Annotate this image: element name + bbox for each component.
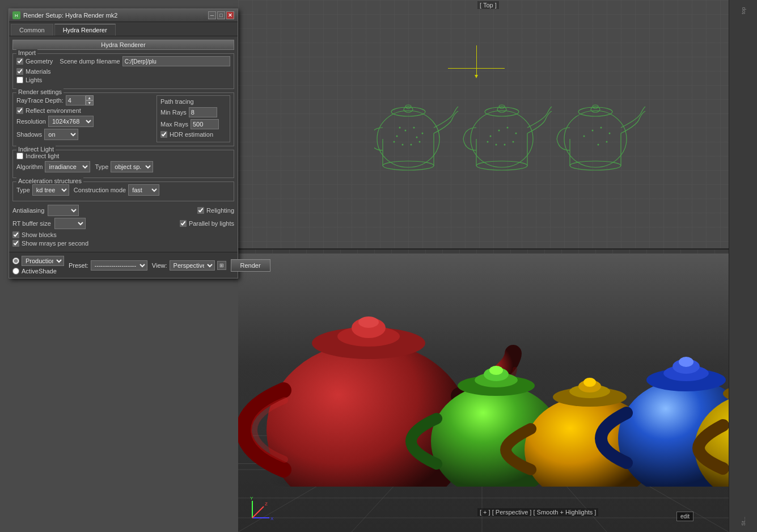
wireframe-teapots (374, 96, 646, 181)
rendered-teapots (238, 254, 729, 487)
axis-indicator-bottom: X Y Z (247, 495, 275, 523)
materials-label: Materials (26, 68, 51, 75)
axis-vertical (476, 45, 477, 77)
svg-point-0 (377, 111, 439, 167)
render-button[interactable]: Render (231, 259, 270, 272)
svg-point-37 (592, 130, 594, 132)
dialog-tabs: Common Hydra Renderer (9, 22, 238, 36)
max-rays-label: Max Rays (160, 121, 188, 128)
production-select[interactable]: Production Draft (22, 256, 64, 266)
titlebar-buttons: ─ □ ✕ (208, 11, 234, 19)
antialiasing-row: Antialiasing 2x 4x Relighting (12, 205, 234, 216)
show-blocks-checkbox[interactable] (12, 231, 19, 238)
scene-dump-input[interactable] (122, 56, 230, 66)
svg-point-12 (399, 127, 401, 129)
svg-point-81 (679, 357, 693, 367)
min-rays-input[interactable] (189, 107, 217, 117)
preset-select[interactable]: -------------------- (91, 260, 147, 271)
svg-point-10 (402, 144, 404, 146)
materials-checkbox[interactable] (16, 68, 23, 75)
show-mrays-label: Show mrays per second (22, 240, 88, 247)
tab-common[interactable]: Common (11, 24, 53, 36)
raytrace-input[interactable] (66, 95, 86, 105)
min-rays-label: Min Rays (160, 109, 187, 116)
dialog-footer: Production Draft ActiveShade Preset: ---… (9, 252, 238, 278)
rt-buffer-label: RT buffer size (12, 220, 51, 227)
production-radio[interactable] (12, 257, 19, 264)
svg-point-28 (487, 141, 489, 143)
svg-point-17 (471, 111, 533, 167)
hdr-checkbox[interactable] (160, 131, 167, 138)
view-label: View: (152, 262, 167, 269)
construction-select[interactable]: fast slow (128, 184, 159, 196)
parallel-lights-checkbox[interactable] (180, 220, 187, 227)
footer-presets: Preset: -------------------- (69, 260, 147, 271)
render-settings-label: Render settings (16, 88, 64, 95)
render-settings-inner: RayTrace Depth: ▲ ▼ Reflect environmen (16, 95, 230, 142)
svg-point-9 (411, 144, 412, 146)
geometry-label: Geometry (26, 58, 53, 65)
accel-group: Acceleration structures Type kd tree BVH… (12, 181, 234, 201)
right-strip-top-label: top (741, 2, 746, 19)
svg-point-21 (490, 136, 492, 137)
right-strip-bottom: St... (729, 513, 757, 530)
minimize-button[interactable]: ─ (208, 11, 216, 19)
algorithm-select[interactable]: irradiance path tracing (45, 161, 90, 172)
path-tracing-box: Path tracing Min Rays Max Rays (157, 95, 230, 142)
max-rays-input[interactable] (191, 119, 219, 129)
rt-buffer-select[interactable] (54, 218, 86, 229)
svg-point-14 (383, 161, 434, 170)
relighting-checkbox[interactable] (197, 207, 204, 214)
svg-point-32 (564, 111, 627, 167)
viewport-bottom[interactable]: X Y Z [ + ] [ Perspective ] [ Smooth + H… (238, 254, 729, 532)
resolution-row: Resolution 1024x768 1920x1080 800x600 (16, 116, 153, 127)
tab-hydra-renderer[interactable]: Hydra Renderer (54, 24, 116, 36)
activeshade-label: ActiveShade (22, 268, 57, 275)
svg-point-42 (570, 161, 621, 170)
il-type-select[interactable]: object sp. world sp. (111, 161, 153, 172)
dialog-body: Hydra Renderer Import Geometry Scene dum… (9, 36, 238, 252)
maximize-button[interactable]: □ (217, 11, 225, 19)
resolution-select[interactable]: 1024x768 1920x1080 800x600 (48, 116, 94, 127)
viewport-edit-button[interactable]: edit (676, 512, 693, 521)
svg-point-75 (583, 378, 596, 387)
indirect-light-checkbox[interactable] (16, 153, 23, 159)
lights-checkbox[interactable] (16, 77, 23, 83)
geometry-checkbox[interactable] (16, 58, 23, 65)
show-mrays-checkbox[interactable] (12, 240, 19, 247)
accel-type-select[interactable]: kd tree BVH (32, 184, 69, 196)
svg-text:Z: Z (265, 501, 268, 506)
axis-arrow (475, 75, 478, 78)
path-tracing-header: Path tracing (160, 98, 226, 105)
indirect-light-row: Indirect light (16, 153, 230, 159)
top-viewport-label[interactable]: [ Top ] (477, 1, 499, 9)
svg-point-7 (422, 133, 424, 134)
show-mrays-row: Show mrays per second (12, 240, 234, 247)
svg-text:Y: Y (250, 496, 253, 501)
svg-point-23 (507, 127, 509, 129)
shadows-select[interactable]: on off (44, 129, 78, 140)
construction-label: Construction mode (74, 187, 126, 193)
svg-text:X: X (270, 516, 274, 521)
antialiasing-select[interactable]: 2x 4x (48, 205, 79, 216)
show-blocks-row: Show blocks (12, 231, 234, 238)
accel-row: Type kd tree BVH Construction mode fast … (16, 184, 230, 196)
raytrace-up[interactable]: ▲ (86, 95, 94, 100)
raytrace-label: RayTrace Depth: (16, 97, 64, 104)
activeshade-radio[interactable] (12, 268, 19, 275)
perspective-viewport-label[interactable]: [ + ] [ Perspective ] [ Smooth + Highlig… (477, 508, 598, 516)
algorithm-label: Algorithm (16, 163, 43, 170)
indirect-light-group-label: Indirect Light (16, 146, 56, 153)
view-icon[interactable]: ⊞ (217, 261, 226, 270)
indirect-light-label: Indirect light (26, 153, 59, 159)
lights-label: Lights (26, 77, 42, 83)
raytrace-down[interactable]: ▼ (86, 100, 94, 105)
antialiasing-label: Antialiasing (12, 207, 44, 214)
import-group-label: Import (16, 49, 37, 56)
viewport-top[interactable]: [ Top ] (238, 0, 757, 250)
import-group: Import Geometry Scene dump filename Mate… (12, 53, 234, 89)
view-select[interactable]: Perspective Top Front Camera (170, 260, 215, 271)
il-type-label: Type (95, 163, 108, 170)
close-button[interactable]: ✕ (226, 11, 234, 19)
reflect-env-checkbox[interactable] (16, 107, 23, 114)
